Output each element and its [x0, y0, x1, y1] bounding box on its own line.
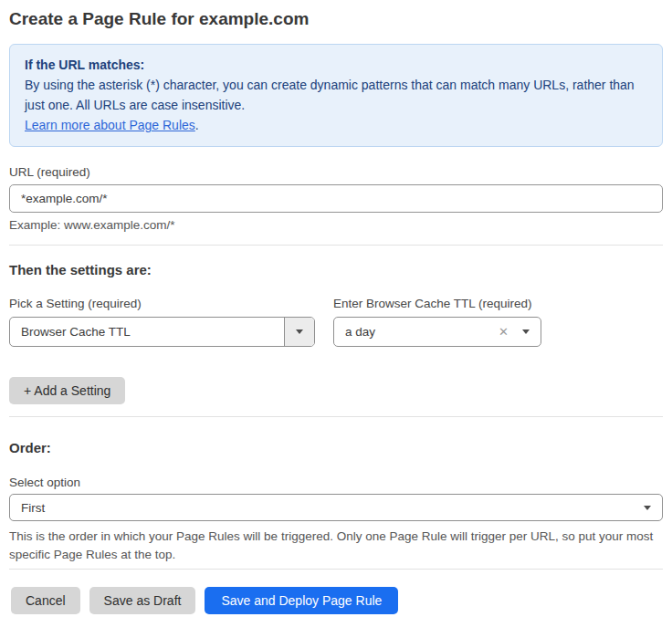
caret-down-icon[interactable]: [522, 329, 530, 334]
add-setting-button[interactable]: + Add a Setting: [9, 377, 125, 404]
info-box-heading: If the URL matches:: [25, 55, 647, 75]
clear-icon[interactable]: ✕: [499, 325, 509, 339]
page-title: Create a Page Rule for example.com: [9, 7, 663, 31]
save-as-draft-button[interactable]: Save as Draft: [89, 587, 196, 614]
setting-picker-select[interactable]: Browser Cache TTL: [9, 317, 315, 347]
order-select[interactable]: First: [9, 494, 663, 521]
order-select-value: First: [10, 501, 644, 515]
setting-picker-caret-button[interactable]: [284, 318, 314, 346]
order-help-text: This is the order in which your Page Rul…: [9, 528, 663, 564]
info-box-body: By using the asterisk (*) character, you…: [25, 75, 647, 115]
cancel-button[interactable]: Cancel: [11, 587, 80, 614]
ttl-picker-label: Enter Browser Cache TTL (required): [333, 296, 541, 311]
order-section-heading: Order:: [9, 439, 663, 457]
url-example-text: Example: www.example.com/*: [9, 217, 663, 233]
divider: [9, 245, 663, 246]
info-box-link-line: Learn more about Page Rules.: [25, 115, 647, 135]
setting-picker-column: Pick a Setting (required) Browser Cache …: [9, 296, 315, 347]
ttl-picker-value: a day: [334, 325, 499, 339]
ttl-picker-column: Enter Browser Cache TTL (required) a day…: [333, 296, 541, 347]
save-and-deploy-button[interactable]: Save and Deploy Page Rule: [205, 587, 398, 614]
learn-more-link[interactable]: Learn more about Page Rules: [25, 118, 195, 132]
divider: [9, 569, 663, 570]
ttl-picker-select[interactable]: a day ✕: [333, 317, 541, 347]
divider: [9, 416, 663, 417]
caret-down-icon: [296, 329, 303, 334]
setting-picker-label: Pick a Setting (required): [9, 296, 315, 311]
url-field-label: URL (required): [9, 164, 663, 180]
setting-picker-value: Browser Cache TTL: [10, 325, 284, 339]
order-select-label: Select option: [9, 475, 663, 490]
caret-down-icon[interactable]: [644, 506, 651, 510]
settings-pickers-row: Pick a Setting (required) Browser Cache …: [9, 296, 663, 347]
link-period: .: [195, 118, 199, 132]
actions-row: Cancel Save as Draft Save and Deploy Pag…: [9, 587, 663, 614]
settings-section-heading: Then the settings are:: [9, 261, 663, 279]
url-matches-info-box: If the URL matches: By using the asteris…: [9, 44, 663, 147]
url-input[interactable]: [9, 184, 663, 213]
